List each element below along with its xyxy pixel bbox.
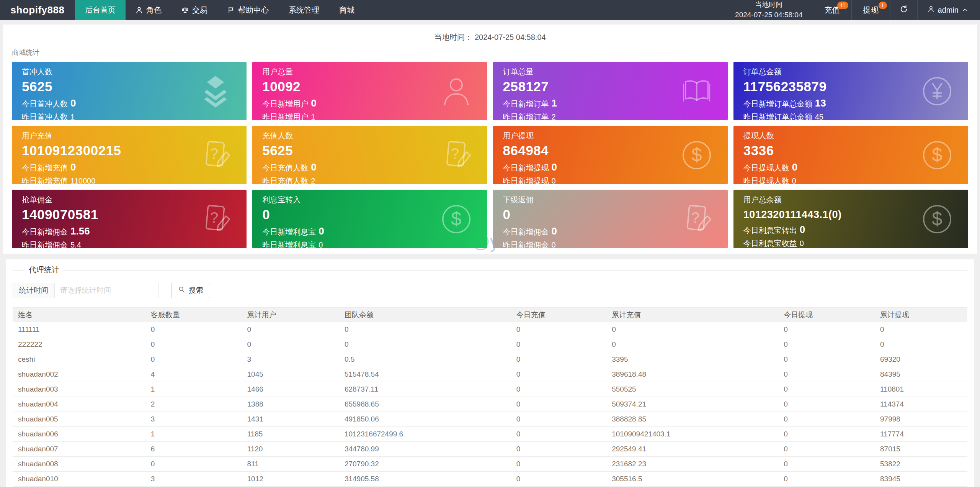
table-cell: shuadan010 [13, 472, 145, 487]
card-yesterday-line: 昨日新增订单2 [503, 112, 718, 120]
book-icon [679, 73, 715, 109]
agent-stats-fieldset: 代理统计 [13, 270, 967, 271]
layers-icon [198, 73, 234, 109]
table-cell: 0 [606, 322, 778, 337]
card-yesterday-line: 昨日新增利息宝0 [262, 240, 477, 248]
svg-text:$: $ [451, 208, 461, 229]
doc-icon: ? [679, 201, 715, 237]
withdraw-nav-button[interactable]: 提现 1 [851, 0, 890, 20]
card-yesterday-line: 昨日首冲人数1 [22, 112, 237, 120]
table-cell: 1010909421403.1 [606, 427, 778, 442]
table-cell: 0 [511, 322, 606, 337]
table-cell: 0 [778, 412, 875, 427]
stat-card-interest-transfer-in: 利息宝转入0今日新增利息宝0昨日新增利息宝0$ [252, 190, 487, 248]
table-cell: 292549.41 [606, 442, 778, 457]
table-cell: 231682.23 [606, 457, 778, 472]
card-yesterday-line: 昨日新增充值110000 [22, 176, 237, 184]
table-cell: 1 [145, 382, 242, 397]
top-navbar: shopify888 后台首页角色交易帮助中心系统管理商城 当地时间 2024-… [0, 0, 980, 20]
table-cell: 0 [511, 382, 606, 397]
refresh-icon [900, 5, 908, 15]
table-cell: 0 [511, 442, 606, 457]
table-cell: 3 [242, 352, 339, 367]
nav-item-home[interactable]: 后台首页 [75, 0, 126, 20]
agent-stats-panel: 代理统计 统计时间 搜索 姓名客服数量累计用户团队余额今日充值累计充值今日提现累… [6, 259, 974, 487]
table-cell: 628737.11 [339, 382, 511, 397]
table-cell: 1431 [242, 412, 339, 427]
table-cell: 0 [511, 457, 606, 472]
admin-user-menu[interactable]: admin [917, 0, 980, 20]
search-button[interactable]: 搜索 [171, 283, 210, 298]
table-cell: 4 [145, 367, 242, 382]
local-time-label: 当地时间 [755, 0, 782, 10]
table-cell: 0 [339, 337, 511, 352]
user-icon [928, 6, 934, 15]
table-cell: 97998 [875, 412, 967, 427]
dollar-icon: $ [679, 137, 715, 173]
nav-item-mall[interactable]: 商城 [329, 0, 364, 20]
nav-item-help-center[interactable]: 帮助中心 [217, 0, 279, 20]
table-row: shuadan00531431491850.060388828.85097998 [13, 412, 967, 427]
table-cell: 1466 [242, 382, 339, 397]
filter-bar: 统计时间 搜索 [13, 283, 967, 298]
dollar-icon: $ [919, 201, 955, 237]
stat-card-total-order-amount: 订单总金额11756235879今日新增订单总金额13昨日新增订单总金额45 [733, 62, 968, 120]
chevron-up-icon [962, 6, 968, 15]
table-cell: 0 [778, 337, 875, 352]
table-cell: 222222 [13, 337, 145, 352]
svg-text:$: $ [932, 208, 942, 229]
nav-right: 当地时间 2024-07-25 04:58:04 充值 11 提现 1 admi… [725, 0, 980, 20]
doc-icon: ? [198, 201, 234, 237]
table-cell: ceshi [13, 352, 145, 367]
mall-stats-panel: TG @yc099 当地时间： 2024-07-25 04:58:04 商城统计… [3, 25, 977, 254]
table-cell: shuadan004 [13, 397, 145, 412]
nav-item-system[interactable]: 系统管理 [279, 0, 329, 20]
timebar-value: 2024-07-25 04:58:04 [475, 33, 546, 41]
table-cell: 0 [778, 397, 875, 412]
column-header: 团队余额 [339, 308, 511, 322]
table-cell: 3 [145, 472, 242, 487]
agent-stats-section-label: 代理统计 [24, 265, 64, 275]
recharge-nav-button[interactable]: 充值 11 [813, 0, 851, 20]
table-cell: 1185 [242, 427, 339, 442]
card-yesterday-line: 昨日新增提现0 [503, 176, 718, 184]
table-cell: 0 [875, 337, 967, 352]
table-row: shuadan006111851012316672499.60101090942… [13, 427, 967, 442]
table-cell: 0 [511, 472, 606, 487]
card-yesterday-line: 今日利息宝收益0 [743, 239, 958, 248]
table-cell: 0 [339, 322, 511, 337]
stat-cards-grid: 首冲人数5625今日首冲人数0昨日首冲人数1用户总量10092今日新增用户0昨日… [12, 62, 968, 248]
nav-item-roles[interactable]: 角色 [126, 0, 172, 20]
person-icon [438, 73, 474, 109]
local-time-block: 当地时间 2024-07-25 04:58:04 [725, 0, 812, 20]
svg-text:?: ? [691, 209, 699, 226]
doc-icon: ? [198, 137, 234, 173]
local-time-value: 2024-07-25 04:58:04 [735, 10, 802, 20]
table-cell: 388828.85 [606, 412, 778, 427]
table-row: shuadan00421388655988.650509374.21011437… [13, 397, 967, 412]
table-row: shuadan00241045515478.540389618.48084395 [13, 367, 967, 382]
nav-item-label: 角色 [146, 5, 162, 15]
table-cell: 0 [778, 367, 875, 382]
table-cell: 1012 [242, 472, 339, 487]
table-cell: 1388 [242, 397, 339, 412]
nav-item-trade[interactable]: 交易 [172, 0, 217, 20]
table-row: shuadan00311466628737.1105505250110801 [13, 382, 967, 397]
table-cell: 344780.99 [339, 442, 511, 457]
table-cell: 111111 [13, 322, 145, 337]
refresh-button[interactable] [890, 0, 917, 20]
recharge-badge: 11 [837, 2, 848, 9]
table-cell: shuadan005 [13, 412, 145, 427]
stat-card-user-recharge: 用户充值1010912300215今日新增充值0昨日新增充值110000? [12, 126, 247, 184]
search-button-label: 搜索 [189, 285, 203, 295]
card-yesterday-line: 昨日新增订单总金额45 [743, 112, 958, 120]
column-header: 客服数量 [145, 308, 242, 322]
table-cell: 515478.54 [339, 367, 511, 382]
table-row: 1111110000000 [13, 322, 967, 337]
table-cell: 491850.06 [339, 412, 511, 427]
table-cell: 0 [511, 397, 606, 412]
nav-item-label: 帮助中心 [238, 5, 269, 15]
dollar-icon: $ [919, 137, 955, 173]
stat-time-input[interactable] [55, 283, 159, 298]
stat-time-label: 统计时间 [13, 283, 55, 298]
